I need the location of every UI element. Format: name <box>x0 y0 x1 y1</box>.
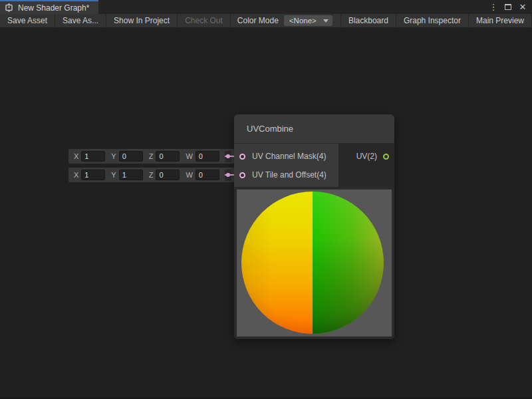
node-preview-area <box>234 187 394 339</box>
check-out-button: Check Out <box>178 14 231 27</box>
color-mode-dropdown[interactable]: <None> <box>284 15 332 26</box>
window-controls: ⋮ ✕ <box>488 0 532 14</box>
z-axis-label: Z <box>149 171 154 179</box>
main-preview-toggle-button[interactable]: Main Preview <box>469 14 532 27</box>
graph-canvas[interactable]: X Y Z W X Y Z W UVCombine UV Channel Mas… <box>0 29 532 397</box>
x-axis-label: X <box>74 152 78 160</box>
z-value-field[interactable] <box>156 151 180 162</box>
save-asset-button[interactable]: Save Asset <box>0 14 55 27</box>
maximize-icon[interactable] <box>503 2 513 13</box>
preview-sphere-right-uv <box>313 192 384 334</box>
output-port-icon-vector2[interactable] <box>383 154 389 160</box>
y-axis-label: Y <box>111 152 116 160</box>
tab-bar: New Shader Graph* ⋮ ✕ <box>0 0 532 14</box>
shader-preview <box>237 190 392 336</box>
graph-inspector-toggle-button[interactable]: Graph Inspector <box>396 14 469 27</box>
window-menu-icon[interactable]: ⋮ <box>488 2 499 13</box>
toolbar-right-group: Blackboard Graph Inspector Main Preview <box>340 14 532 27</box>
vector4-input-row-2[interactable]: X Y Z W <box>68 168 235 182</box>
show-in-project-button[interactable]: Show In Project <box>106 14 178 27</box>
w-axis-label: W <box>186 152 192 160</box>
x-axis-label: X <box>74 171 78 179</box>
output-port-label: UV(2) <box>356 152 377 161</box>
node-title[interactable]: UVCombine <box>234 114 394 144</box>
x-value-field[interactable] <box>81 151 105 162</box>
vector4-input-row-1[interactable]: X Y Z W <box>68 149 235 164</box>
preview-sphere-left-uv <box>241 192 313 334</box>
node-input-panel: UV Channel Mask(4) UV Tile and Offset(4) <box>234 144 338 187</box>
document-tab[interactable]: New Shader Graph* <box>0 0 98 14</box>
input-port-row: UV Tile and Offset(4) <box>234 166 338 184</box>
node-uvcombine[interactable]: UVCombine UV Channel Mask(4) UV Tile and… <box>234 114 394 339</box>
z-axis-label: Z <box>149 152 154 160</box>
blackboard-toggle-button[interactable]: Blackboard <box>341 14 396 27</box>
preview-sphere <box>241 192 384 334</box>
input-port-icon-vector4[interactable] <box>239 172 245 178</box>
input-port-row: UV Channel Mask(4) <box>234 147 338 166</box>
w-value-field[interactable] <box>196 151 219 162</box>
tab-title: New Shader Graph* <box>18 3 89 13</box>
color-mode-value: <None> <box>289 17 317 25</box>
input-port-icon-vector4[interactable] <box>239 154 245 160</box>
input-port-label: UV Tile and Offset(4) <box>252 170 327 180</box>
node-ports: UV Channel Mask(4) UV Tile and Offset(4)… <box>234 144 394 187</box>
shader-toolbar: Save Asset Save As... Show In Project Ch… <box>0 14 532 28</box>
shader-graph-icon <box>5 3 13 12</box>
y-value-field[interactable] <box>119 151 143 162</box>
close-icon[interactable]: ✕ <box>517 2 528 13</box>
color-mode-label: Color Mode <box>231 14 284 27</box>
output-port-row: UV(2) <box>338 147 394 166</box>
node-output-panel: UV(2) <box>338 144 394 187</box>
w-value-field[interactable] <box>196 170 219 180</box>
save-as-button[interactable]: Save As... <box>55 14 106 27</box>
x-value-field[interactable] <box>81 170 105 180</box>
chevron-down-icon <box>323 19 329 23</box>
w-axis-label: W <box>186 171 192 179</box>
input-port-label: UV Channel Mask(4) <box>252 152 326 161</box>
y-axis-label: Y <box>111 171 116 179</box>
z-value-field[interactable] <box>156 170 180 180</box>
y-value-field[interactable] <box>119 170 143 180</box>
